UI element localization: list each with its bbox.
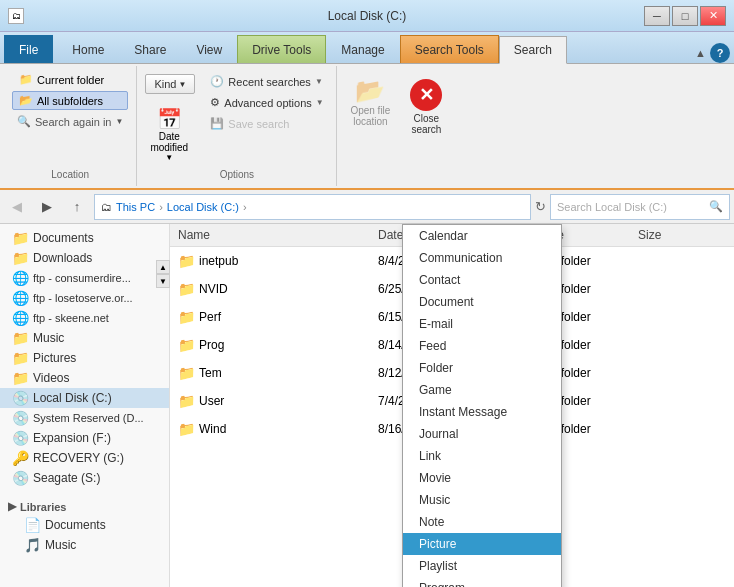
location-group: 📁 Current folder 📂 All subfolders 🔍 Sear… (4, 66, 137, 186)
recovery-icon: 🔑 (12, 450, 29, 466)
lib-documents-icon: 📄 (24, 517, 41, 533)
dropdown-item-document[interactable]: Document (403, 291, 561, 313)
tab-home[interactable]: Home (57, 35, 119, 63)
pictures-icon: 📁 (12, 350, 29, 366)
tab-file[interactable]: File (4, 35, 53, 63)
sidebar-item-local-disk[interactable]: 💿 Local Disk (C:) (0, 388, 169, 408)
folder-icon: 📁 (19, 73, 33, 86)
advanced-dropdown-arrow: ▼ (316, 98, 324, 107)
date-modified-button[interactable]: 📅 Date modified ▼ (143, 102, 195, 167)
music-icon: 📁 (12, 330, 29, 346)
sidebar-item-ftp1[interactable]: 🌐 ftp - consumerdire... (0, 268, 169, 288)
downloads-icon: 📁 (12, 250, 29, 266)
back-button[interactable]: ◀ (4, 194, 30, 220)
dropdown-item-folder[interactable]: Folder (403, 357, 561, 379)
dropdown-item-journal[interactable]: Journal (403, 423, 561, 445)
search-box[interactable]: Search Local Disk (C:) 🔍 (550, 194, 730, 220)
tab-share[interactable]: Share (119, 35, 181, 63)
tab-search[interactable]: Search (499, 36, 567, 64)
dropdown-item-picture[interactable]: Picture (403, 533, 561, 555)
dropdown-item-communication[interactable]: Communication (403, 247, 561, 269)
folder-icon: 📁 (178, 253, 195, 269)
sidebar-item-lib-documents[interactable]: 📄 Documents (0, 515, 169, 535)
save-icon: 💾 (210, 117, 224, 130)
libraries-section[interactable]: ▶ Libraries (0, 496, 169, 515)
sidebar-item-downloads[interactable]: 📁 Downloads (0, 248, 169, 268)
search-again-icon: 🔍 (17, 115, 31, 128)
dropdown-item-feed[interactable]: Feed (403, 335, 561, 357)
this-pc-link[interactable]: This PC (116, 201, 155, 213)
address-separator-2: › (243, 201, 247, 213)
dropdown-item-movie[interactable]: Movie (403, 467, 561, 489)
dropdown-item-playlist[interactable]: Playlist (403, 555, 561, 577)
sidebar-item-ftp2[interactable]: 🌐 ftp - losetoserve.or... (0, 288, 169, 308)
forward-button[interactable]: ▶ (34, 194, 60, 220)
tab-manage[interactable]: Manage (326, 35, 399, 63)
sidebar-item-music[interactable]: 📁 Music (0, 328, 169, 348)
date-dropdown-arrow: ▼ (165, 153, 173, 162)
sidebar-item-expansion[interactable]: 💿 Expansion (F:) (0, 428, 169, 448)
sidebar-item-pictures[interactable]: 📁 Pictures (0, 348, 169, 368)
save-search-button[interactable]: 💾 Save search (205, 114, 328, 133)
collapse-ribbon-button[interactable]: ▲ (695, 47, 706, 59)
dropdown-item-link[interactable]: Link (403, 445, 561, 467)
sidebar-item-seagate[interactable]: 💿 Seagate (S:) (0, 468, 169, 488)
sidebar-item-recovery[interactable]: 🔑 RECOVERY (G:) (0, 448, 169, 468)
recent-searches-button[interactable]: 🕐 Recent searches ▼ (205, 72, 328, 91)
sidebar-item-videos[interactable]: 📁 Videos (0, 368, 169, 388)
location-buttons: 📁 Current folder 📂 All subfolders 🔍 Sear… (12, 70, 128, 131)
tab-search-tools[interactable]: Search Tools (400, 35, 499, 63)
sidebar-scroll-up[interactable]: ▲ (156, 260, 170, 274)
libraries-expand-icon: ▶ (8, 500, 16, 513)
refresh-button[interactable]: ↻ (535, 199, 546, 214)
kind-button[interactable]: Kind ▼ (145, 74, 195, 94)
help-button[interactable]: ? (710, 43, 730, 63)
minimize-button[interactable]: ─ (644, 6, 670, 26)
main-area: 📁 Documents 📁 Downloads 🌐 ftp - consumer… (0, 224, 734, 587)
dropdown-item-instant-message[interactable]: Instant Message (403, 401, 561, 423)
kind-label: Kind (154, 78, 176, 90)
sidebar-item-documents[interactable]: 📁 Documents (0, 228, 169, 248)
folder-icon: 📁 (178, 337, 195, 353)
tab-drive-tools[interactable]: Drive Tools (237, 35, 326, 63)
dropdown-item-calendar[interactable]: Calendar (403, 225, 561, 247)
documents-icon: 📁 (12, 230, 29, 246)
file-area: Name Date modified Type Size 📁inetpub 8/… (170, 224, 734, 587)
address-bar[interactable]: 🗂 This PC › Local Disk (C:) › (94, 194, 531, 220)
sidebar-item-system-reserved[interactable]: 💿 System Reserved (D... (0, 408, 169, 428)
dropdown-item-note[interactable]: Note (403, 511, 561, 533)
sidebar-scroll-down[interactable]: ▼ (156, 274, 170, 288)
dropdown-item-game[interactable]: Game (403, 379, 561, 401)
col-header-name[interactable]: Name (170, 224, 370, 246)
window-icon: 🗂 (8, 8, 24, 24)
dropdown-item-music[interactable]: Music (403, 489, 561, 511)
advanced-options-button[interactable]: ⚙ Advanced options ▼ (205, 93, 328, 112)
close-search-icon: ✕ (410, 79, 442, 111)
maximize-button[interactable]: □ (672, 6, 698, 26)
close-button[interactable]: ✕ (700, 6, 726, 26)
dropdown-item-email[interactable]: E-mail (403, 313, 561, 335)
search-again-button[interactable]: 🔍 Search again in ▼ (12, 112, 128, 131)
sidebar-item-lib-music[interactable]: 🎵 Music (0, 535, 169, 555)
window-controls: ─ □ ✕ (644, 6, 726, 26)
ribbon-content: 📁 Current folder 📂 All subfolders 🔍 Sear… (0, 64, 734, 190)
dropdown-item-contact[interactable]: Contact (403, 269, 561, 291)
col-header-size[interactable]: Size (630, 224, 710, 246)
system-reserved-icon: 💿 (12, 410, 29, 426)
close-search-button[interactable]: ✕ Closesearch (403, 74, 449, 140)
local-disk-icon: 💿 (12, 390, 29, 406)
ribbon-help-area: ▲ ? (695, 43, 730, 63)
all-subfolders-button[interactable]: 📂 All subfolders (12, 91, 128, 110)
file-explorer-icon: 🗂 (101, 201, 112, 213)
up-button[interactable]: ↑ (64, 194, 90, 220)
open-file-location-button[interactable]: 📂 Open filelocation (343, 74, 397, 132)
folder-icon: 📁 (178, 393, 195, 409)
current-folder-button[interactable]: 📁 Current folder (12, 70, 128, 89)
location-group-label: Location (12, 167, 128, 182)
folder-icon: 📁 (178, 309, 195, 325)
dropdown-item-program[interactable]: Program (403, 577, 561, 587)
sidebar-item-ftp3[interactable]: 🌐 ftp - skeene.net (0, 308, 169, 328)
local-disk-link[interactable]: Local Disk (C:) (167, 201, 239, 213)
tab-view[interactable]: View (181, 35, 237, 63)
calendar-icon: 📅 (157, 107, 182, 131)
